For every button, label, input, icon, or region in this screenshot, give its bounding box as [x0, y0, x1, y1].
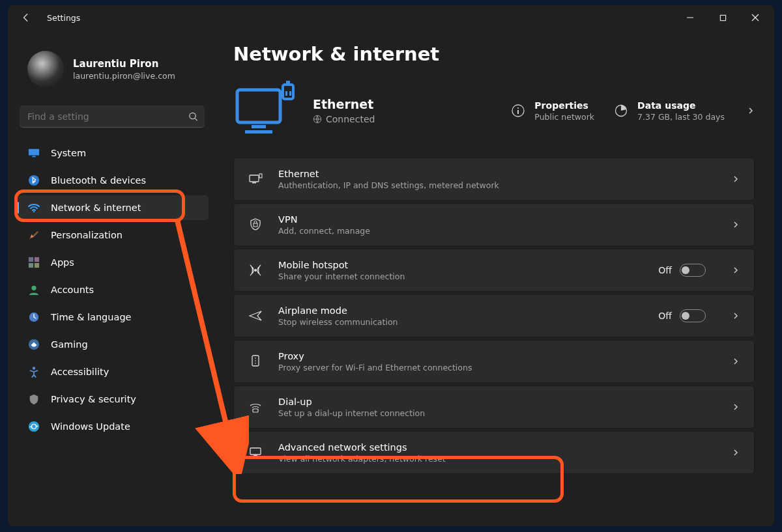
monitor-ethernet-icon	[233, 81, 298, 141]
pie-icon	[614, 104, 628, 118]
svg-rect-3	[32, 156, 35, 158]
svg-point-4	[29, 175, 39, 186]
search-box	[20, 105, 205, 128]
search-input[interactable]	[20, 105, 205, 128]
sidebar-item-accessibility[interactable]: Accessibility	[16, 359, 209, 384]
minimize-button[interactable]	[676, 8, 704, 27]
sidebar-item-accounts[interactable]: Accounts	[16, 277, 209, 302]
sidebar-item-label: Personalization	[51, 230, 123, 240]
svg-rect-19	[286, 81, 290, 86]
chevron-right-icon	[732, 312, 740, 320]
apps-icon	[27, 256, 40, 269]
sidebar-item-time-language[interactable]: Time & language	[16, 305, 209, 329]
chevron-right-icon	[732, 221, 740, 229]
row-title: Mobile hotspot	[278, 260, 405, 270]
profile-name: Laurentiu Piron	[73, 58, 175, 70]
update-icon	[27, 420, 40, 433]
bluetooth-icon	[27, 174, 40, 187]
profile-email: laurentiu.piron@live.com	[73, 71, 175, 81]
chevron-right-icon	[732, 357, 740, 365]
sidebar-item-label: Accounts	[51, 285, 94, 295]
svg-rect-30	[253, 223, 257, 227]
row-dialup[interactable]: Dial-up Set up a dial-up internet connec…	[233, 385, 755, 428]
toggle-label: Off	[658, 311, 672, 321]
row-ethernet[interactable]: Ethernet Authentication, IP and DNS sett…	[233, 158, 755, 201]
monitor-icon	[27, 147, 40, 160]
row-advanced-network[interactable]: Advanced network settings View all netwo…	[233, 431, 755, 474]
shield-icon	[27, 393, 40, 406]
close-button[interactable]	[742, 8, 769, 27]
svg-rect-38	[253, 455, 257, 456]
nav-list: System Bluetooth & devices Network & int…	[16, 141, 209, 439]
svg-rect-27	[250, 175, 259, 182]
row-sub: Proxy server for Wi-Fi and Ethernet conn…	[278, 363, 472, 372]
sidebar-item-label: Network & internet	[51, 203, 141, 213]
row-title: Dial-up	[278, 397, 425, 407]
sidebar-item-network[interactable]: Network & internet	[16, 195, 209, 220]
svg-point-31	[254, 269, 257, 272]
sidebar-item-gaming[interactable]: Gaming	[16, 332, 209, 357]
sidebar-item-personalization[interactable]: Personalization	[16, 223, 209, 247]
svg-point-13	[33, 367, 36, 370]
svg-point-33	[255, 357, 256, 359]
sidebar-item-apps[interactable]: Apps	[16, 250, 209, 275]
svg-rect-8	[29, 263, 33, 268]
svg-rect-29	[252, 182, 256, 184]
row-title: Ethernet	[278, 169, 499, 179]
row-proxy[interactable]: Proxy Proxy server for Wi-Fi and Etherne…	[233, 340, 755, 383]
sidebar-item-system[interactable]: System	[16, 141, 209, 165]
row-sub: Set up a dial-up internet connection	[278, 408, 425, 418]
accessibility-icon	[27, 365, 40, 378]
row-vpn[interactable]: VPN Add, connect, manage	[233, 203, 755, 246]
row-airplane-mode[interactable]: Airplane mode Stop wireless communicatio…	[233, 294, 755, 337]
row-title: Airplane mode	[278, 305, 398, 316]
chevron-right-icon	[732, 403, 740, 411]
svg-rect-25	[517, 110, 519, 114]
sidebar-item-label: Time & language	[51, 312, 132, 322]
vpn-shield-icon	[248, 217, 263, 232]
advanced-network-icon	[248, 445, 263, 460]
sidebar-item-label: Gaming	[51, 339, 88, 350]
airplane-toggle[interactable]	[680, 309, 706, 322]
chevron-right-icon	[747, 107, 755, 115]
svg-point-10	[31, 286, 36, 290]
sidebar-item-privacy[interactable]: Privacy & security	[16, 387, 209, 412]
chevron-right-icon	[732, 449, 740, 456]
avatar	[27, 51, 64, 87]
row-title: VPN	[278, 214, 370, 225]
back-button[interactable]	[20, 11, 33, 24]
toggle-label: Off	[658, 265, 672, 275]
row-sub: View all network adapters, network reset	[278, 454, 446, 464]
hotspot-toggle[interactable]	[680, 264, 706, 277]
hero: Ethernet Connected Properties Public net…	[233, 81, 755, 141]
dialup-icon	[248, 400, 263, 414]
svg-rect-20	[285, 91, 287, 96]
svg-rect-15	[237, 90, 280, 122]
settings-window: Settings Laurentiu Piron laurentiu.piron…	[8, 5, 774, 526]
page-title: Network & internet	[233, 43, 755, 65]
row-sub: Authentication, IP and DNS settings, met…	[278, 180, 499, 190]
airplane-icon	[248, 309, 263, 323]
properties-link[interactable]: Properties Public network	[511, 100, 594, 122]
gaming-icon	[27, 338, 40, 351]
window-controls	[676, 8, 769, 27]
svg-point-34	[255, 360, 256, 361]
chevron-right-icon	[732, 266, 740, 274]
properties-title: Properties	[534, 100, 594, 111]
svg-rect-7	[35, 257, 39, 262]
search-icon	[188, 112, 198, 122]
maximize-button[interactable]	[709, 8, 736, 27]
profile[interactable]: Laurentiu Piron laurentiu.piron@live.com	[16, 30, 209, 102]
content-area: Network & internet Ethernet	[216, 30, 774, 526]
svg-rect-9	[35, 263, 39, 268]
brush-icon	[27, 229, 40, 242]
ethernet-icon	[248, 172, 263, 186]
sidebar-item-bluetooth[interactable]: Bluetooth & devices	[16, 168, 209, 193]
sidebar-item-label: Apps	[51, 257, 74, 268]
sidebar-item-update[interactable]: Windows Update	[16, 414, 209, 439]
sidebar-item-label: Bluetooth & devices	[51, 175, 146, 186]
row-mobile-hotspot[interactable]: Mobile hotspot Share your internet conne…	[233, 249, 755, 292]
svg-rect-16	[252, 125, 266, 128]
clock-icon	[27, 311, 40, 324]
data-usage-link[interactable]: Data usage 7.37 GB, last 30 days	[614, 100, 725, 122]
